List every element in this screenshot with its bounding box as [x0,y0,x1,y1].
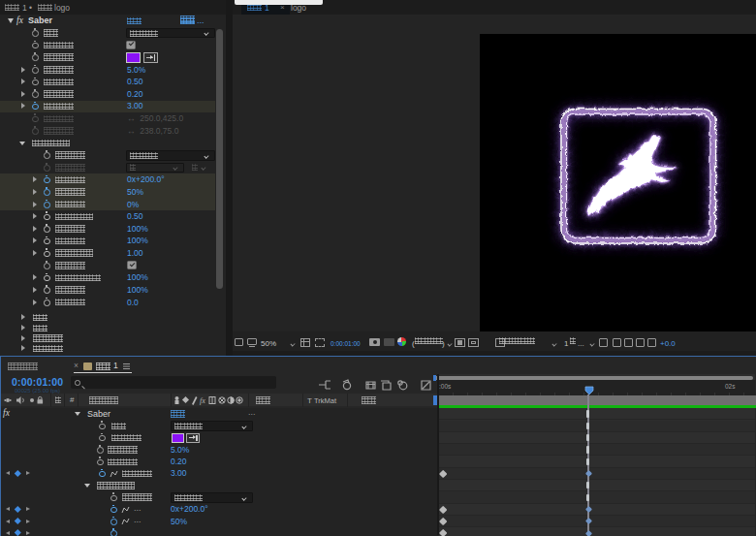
svg-text:fx: fx [200,396,205,405]
